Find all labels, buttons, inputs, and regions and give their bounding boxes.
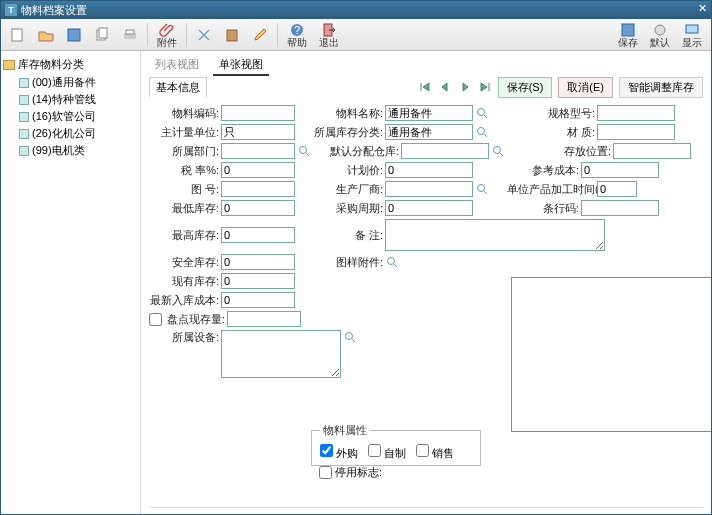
- tb-paste-icon[interactable]: [219, 21, 245, 49]
- tb-help[interactable]: ?帮助: [282, 21, 312, 49]
- inp-inventory[interactable]: [227, 311, 301, 327]
- tree-root[interactable]: 库存物料分类: [3, 55, 138, 74]
- lbl-plan: 计划价:: [313, 163, 383, 178]
- tb-attach[interactable]: 附件: [152, 21, 182, 49]
- lbl-material: 材 质:: [507, 125, 595, 140]
- inp-name[interactable]: [385, 105, 473, 121]
- tb-new-icon[interactable]: [5, 21, 31, 49]
- nav-prev-icon[interactable]: [438, 80, 452, 94]
- search-icon[interactable]: [475, 106, 489, 120]
- inp-supplier[interactable]: [385, 181, 473, 197]
- inp-proctime[interactable]: [597, 181, 637, 197]
- svg-point-11: [655, 25, 665, 35]
- divider: [149, 507, 703, 508]
- inp-barcode[interactable]: [581, 200, 659, 216]
- inp-maxstock[interactable]: [221, 227, 295, 243]
- tb-exit[interactable]: 退出: [314, 21, 344, 49]
- inp-cycle[interactable]: [385, 200, 473, 216]
- svg-rect-10: [622, 24, 634, 36]
- tree-item[interactable]: (14)特种管线: [3, 91, 138, 108]
- svg-point-13: [478, 109, 485, 116]
- inp-tax[interactable]: [221, 162, 295, 178]
- tb-edit-icon[interactable]: [247, 21, 273, 49]
- tab-single-view[interactable]: 单张视图: [213, 55, 269, 76]
- chk-deactivate[interactable]: [319, 466, 332, 479]
- lbl-drawno: 图 号:: [149, 182, 219, 197]
- search-icon[interactable]: [475, 182, 489, 196]
- opt-out[interactable]: 外购: [320, 444, 358, 461]
- lbl-remark: 备 注:: [313, 228, 383, 243]
- lbl-equip: 所属设备:: [149, 330, 219, 345]
- opt-self[interactable]: 自制: [368, 444, 406, 461]
- close-button[interactable]: ✕: [693, 2, 711, 18]
- svg-rect-12: [686, 25, 698, 33]
- svg-point-16: [494, 147, 501, 154]
- tb-print-icon[interactable]: [117, 21, 143, 49]
- svg-point-14: [478, 128, 485, 135]
- svg-point-18: [388, 258, 395, 265]
- subtab-basic[interactable]: 基本信息: [149, 77, 207, 97]
- tb-open-icon[interactable]: [33, 21, 59, 49]
- inp-dept[interactable]: [221, 143, 295, 159]
- tb-copy-icon[interactable]: [89, 21, 115, 49]
- opt-sale[interactable]: 销售: [416, 444, 454, 461]
- inp-curstock[interactable]: [221, 273, 295, 289]
- inp-equip[interactable]: [221, 330, 341, 378]
- tree-item[interactable]: (26)化机公司: [3, 125, 138, 142]
- cancel-button[interactable]: 取消(E): [558, 77, 613, 98]
- inp-refcost[interactable]: [581, 162, 659, 178]
- chk-self[interactable]: [368, 444, 381, 457]
- inp-unit[interactable]: [221, 124, 295, 140]
- inp-cat[interactable]: [385, 124, 473, 140]
- tree-item[interactable]: (16)软管公司: [3, 108, 138, 125]
- nav-next-icon[interactable]: [458, 80, 472, 94]
- smart-adjust-button[interactable]: 智能调整库存: [619, 77, 703, 98]
- inp-safestock[interactable]: [221, 254, 295, 270]
- chk-sale[interactable]: [416, 444, 429, 457]
- tb-cut-icon[interactable]: [191, 21, 217, 49]
- chk-inventory[interactable]: [149, 313, 162, 326]
- inp-loc[interactable]: [613, 143, 691, 159]
- tb-save-icon[interactable]: [61, 21, 87, 49]
- node-icon: [19, 112, 29, 122]
- inp-lastcost[interactable]: [221, 292, 295, 308]
- tree-item[interactable]: (00)通用备件: [3, 74, 138, 91]
- lbl-proctime: 单位产品加工时间(时):: [507, 182, 595, 197]
- tb-display[interactable]: 显示: [677, 21, 707, 49]
- lbl-tax: 税 率%:: [149, 163, 219, 178]
- inp-plan[interactable]: [385, 162, 473, 178]
- svg-point-19: [346, 333, 353, 340]
- inp-spec[interactable]: [597, 105, 675, 121]
- search-icon[interactable]: [491, 144, 505, 158]
- inp-drawno[interactable]: [221, 181, 295, 197]
- tb-save2[interactable]: 保存: [613, 21, 643, 49]
- search-icon[interactable]: [475, 125, 489, 139]
- svg-point-15: [300, 147, 307, 154]
- node-icon: [19, 95, 29, 105]
- chk-out[interactable]: [320, 444, 333, 457]
- save-button[interactable]: 保存(S): [498, 77, 553, 98]
- svg-rect-6: [227, 30, 237, 41]
- lbl-inventory: 盘点现存量:: [167, 312, 225, 327]
- lbl-minstock: 最低库存:: [149, 201, 219, 216]
- lbl-deact: 停用标志:: [335, 465, 382, 480]
- folder-icon: [3, 60, 15, 70]
- tree-item[interactable]: (99)电机类: [3, 142, 138, 159]
- search-icon[interactable]: [297, 144, 311, 158]
- nav-first-icon[interactable]: [418, 80, 432, 94]
- inp-remark[interactable]: [385, 219, 605, 251]
- inp-defstore[interactable]: [401, 143, 489, 159]
- tb-default[interactable]: 默认: [645, 21, 675, 49]
- search-icon[interactable]: [343, 330, 357, 344]
- window-title: 物料档案设置: [21, 3, 87, 18]
- inp-material[interactable]: [597, 124, 675, 140]
- inp-minstock[interactable]: [221, 200, 295, 216]
- lbl-dept: 所属部门:: [149, 144, 219, 159]
- inp-code[interactable]: [221, 105, 295, 121]
- lbl-defstore: 默认分配仓库:: [329, 144, 399, 159]
- tab-list-view[interactable]: 列表视图: [149, 55, 205, 76]
- attachment-preview: [511, 277, 711, 432]
- nav-last-icon[interactable]: [478, 80, 492, 94]
- lbl-cycle: 采购周期:: [313, 201, 383, 216]
- search-icon[interactable]: [385, 255, 399, 269]
